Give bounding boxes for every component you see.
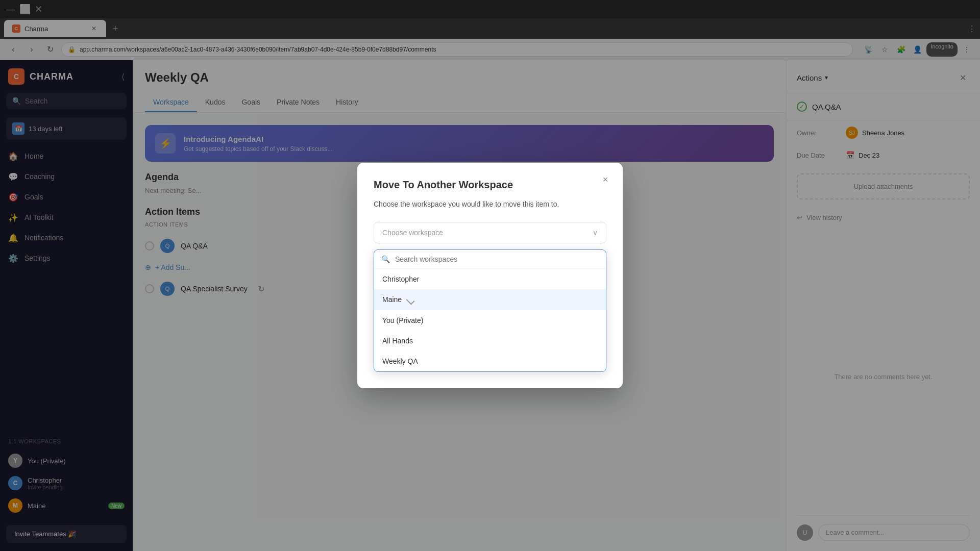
modal-title: Move To Another Workspace xyxy=(374,179,606,191)
workspace-select-placeholder: Choose workspace xyxy=(382,229,443,237)
dropdown-search-icon: 🔍 xyxy=(381,255,390,263)
dropdown-chevron-icon: ∨ xyxy=(593,229,598,237)
workspace-search-input[interactable] xyxy=(395,255,599,263)
workspace-option-all-hands[interactable]: All Hands xyxy=(374,331,606,351)
workspace-option-christopher[interactable]: Christopher xyxy=(374,269,606,289)
move-workspace-modal: Move To Another Workspace × Choose the w… xyxy=(357,163,623,388)
workspace-option-maine[interactable]: Maine xyxy=(374,289,606,310)
workspace-option-weekly-qa[interactable]: Weekly QA xyxy=(374,351,606,371)
modal-close-btn[interactable]: × xyxy=(598,173,612,187)
workspace-option-private[interactable]: You (Private) xyxy=(374,310,606,331)
workspace-search-row: 🔍 xyxy=(374,250,606,269)
workspace-dropdown-list: 🔍 Christopher Maine You (Private) All Ha… xyxy=(374,249,606,372)
modal-overlay[interactable]: Move To Another Workspace × Choose the w… xyxy=(0,0,980,551)
workspace-select-dropdown[interactable]: Choose workspace ∨ xyxy=(374,222,606,243)
modal-description: Choose the workspace you would like to m… xyxy=(374,199,606,210)
